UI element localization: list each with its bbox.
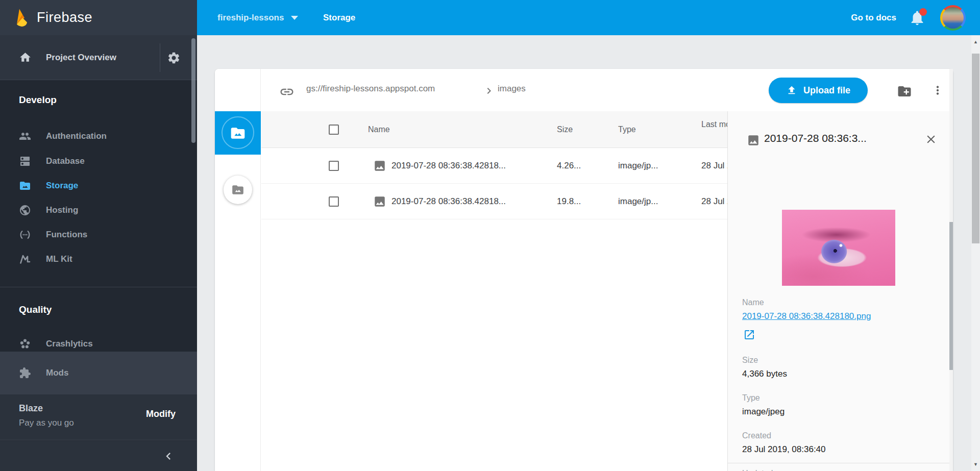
breadcrumb-folder[interactable]: images — [498, 84, 526, 94]
created-label: Created — [742, 431, 771, 440]
page-scrollbar[interactable]: ▲ ▼ — [971, 35, 980, 471]
file-size: 4.26... — [557, 161, 581, 171]
table-header: Name Size Type Last modified — [261, 111, 774, 148]
close-icon[interactable] — [924, 133, 938, 146]
project-name: fireship-lessons — [217, 13, 284, 23]
row-checkbox[interactable] — [329, 161, 339, 171]
row-checkbox[interactable] — [329, 196, 339, 207]
panel-divider — [728, 463, 950, 463]
chevron-right-icon — [483, 85, 495, 97]
page-scrollbar-thumb[interactable] — [972, 54, 979, 243]
type-label: Type — [742, 393, 760, 403]
sidebar-item-label: ML Kit — [46, 254, 72, 264]
sidebar-scrollbar-thumb[interactable] — [191, 38, 195, 143]
file-preview-image[interactable] — [782, 210, 895, 286]
firebase-logo[interactable]: Firebase — [0, 0, 197, 35]
account-avatar[interactable] — [940, 5, 966, 31]
sidebar-item-label: Crashlytics — [46, 339, 93, 349]
folder-media-icon — [231, 183, 244, 196]
select-all-checkbox[interactable] — [329, 125, 339, 135]
gear-icon[interactable] — [167, 51, 181, 65]
panel-scrollbar[interactable] — [949, 69, 953, 471]
ripple-ring — [222, 116, 254, 149]
table-row[interactable]: 2019-07-28 08:36:38.42818... 19.8... ima… — [261, 184, 774, 219]
modify-plan-button[interactable]: Modify — [146, 409, 176, 419]
storage-browser-card: gs://fireship-lessons.appspot.com images… — [215, 69, 953, 471]
file-name-link[interactable]: 2019-07-28 08:36:38.428180.png — [742, 311, 871, 321]
section-header-quality: Quality — [19, 304, 172, 315]
sidebar-item-ml-kit[interactable]: ML Kit — [0, 247, 197, 271]
plan-description: Pay as you go — [19, 418, 74, 428]
sidebar-item-label: Database — [46, 156, 85, 166]
globe-icon — [19, 204, 31, 216]
plan-name: Blaze — [19, 403, 43, 414]
mods-section: Mods — [0, 352, 197, 394]
create-folder-button[interactable] — [897, 84, 912, 99]
updated-label: Updated — [742, 469, 773, 471]
secondary-bucket-button[interactable] — [224, 176, 252, 204]
notifications-button[interactable] — [909, 9, 926, 27]
sidebar-item-functions[interactable]: Functions — [0, 222, 197, 247]
panel-scrollbar-thumb[interactable] — [949, 222, 953, 370]
database-icon — [19, 155, 31, 167]
file-type: image/jp... — [618, 161, 658, 171]
size-value: 4,366 bytes — [742, 369, 787, 379]
sidebar: Firebase Project Overview Develop Authen… — [0, 0, 197, 471]
project-overview-label: Project Overview — [46, 35, 116, 80]
project-switcher[interactable]: fireship-lessons — [217, 0, 298, 35]
details-title: 2019-07-28 08:36:3... — [764, 132, 912, 144]
sidebar-item-label: Hosting — [46, 205, 78, 215]
chevron-left-icon[interactable] — [161, 449, 176, 463]
column-header-type[interactable]: Type — [618, 125, 636, 134]
flame-icon — [14, 8, 30, 28]
sidebar-divider — [0, 287, 197, 287]
home-icon — [19, 51, 32, 64]
column-header-size[interactable]: Size — [557, 125, 573, 134]
size-label: Size — [742, 356, 758, 365]
file-details-panel: 2019-07-28 08:36:3... Name 2019-07-28 08… — [727, 111, 949, 471]
upload-file-label: Upload file — [803, 85, 850, 96]
file-name: 2019-07-28 08:36:38.42818... — [391, 161, 506, 171]
sidebar-item-storage[interactable]: Storage — [0, 173, 197, 198]
image-file-icon — [747, 134, 760, 147]
table-row[interactable]: 2019-07-28 08:36:38.42818... 4.26... ima… — [261, 148, 774, 184]
kebab-menu-button[interactable] — [931, 84, 944, 97]
bucket-tab-selected[interactable] — [215, 111, 261, 155]
link-icon[interactable] — [279, 84, 295, 100]
avatar-photo — [942, 7, 964, 29]
people-icon — [19, 130, 31, 142]
column-header-name[interactable]: Name — [368, 125, 390, 134]
breadcrumb-bucket[interactable]: gs://fireship-lessons.appspot.com — [306, 84, 435, 94]
sidebar-item-label: Storage — [46, 181, 78, 191]
sidebar-item-mods[interactable]: Mods — [0, 361, 197, 385]
upload-file-button[interactable]: Upload file — [769, 78, 868, 103]
card-left-rail — [215, 69, 261, 471]
sidebar-collapse-bar — [0, 441, 197, 471]
name-label: Name — [742, 298, 764, 307]
brand-wordmark: Firebase — [37, 10, 92, 26]
sidebar-item-label: Authentication — [46, 131, 107, 141]
puzzle-icon — [19, 367, 31, 379]
notification-badge — [919, 8, 927, 16]
mlkit-icon — [19, 253, 31, 265]
upload-icon — [786, 85, 797, 96]
sidebar-item-database[interactable]: Database — [0, 149, 197, 173]
scroll-up-icon[interactable]: ▲ — [971, 39, 980, 44]
sidebar-item-authentication[interactable]: Authentication — [0, 124, 197, 148]
type-value: image/jpeg — [742, 407, 785, 417]
external-link-icon[interactable] — [743, 329, 755, 341]
folder-media-icon — [19, 180, 31, 192]
file-type: image/jp... — [618, 196, 658, 207]
caret-down-icon — [291, 16, 298, 20]
go-to-docs-link[interactable]: Go to docs — [851, 0, 896, 35]
billing-plan-bar: Blaze Pay as you go Modify — [0, 394, 197, 440]
scroll-down-icon[interactable]: ▼ — [971, 462, 980, 467]
sidebar-item-label: Functions — [46, 230, 87, 240]
firebase-console-window: fireship-lessons Storage Go to docs Fire… — [0, 0, 980, 471]
created-value: 28 Jul 2019, 08:36:40 — [742, 444, 826, 455]
sidebar-item-project-overview[interactable]: Project Overview — [0, 35, 197, 80]
page-title: Storage — [323, 0, 355, 35]
crashlytics-icon — [19, 338, 31, 350]
sidebar-item-hosting[interactable]: Hosting — [0, 198, 197, 222]
image-file-icon — [373, 195, 386, 208]
